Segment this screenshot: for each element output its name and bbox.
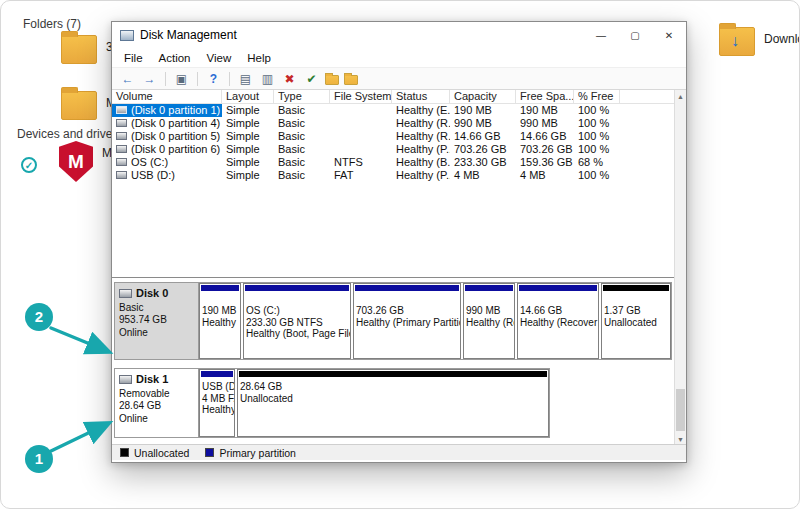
disk1-row: Disk 1 Removable 28.64 GB Online USB (D:…: [114, 368, 550, 438]
disk0-descriptor[interactable]: Disk 0 Basic 953.74 GB Online: [115, 283, 199, 359]
minimize-button[interactable]: —: [584, 22, 618, 48]
devices-group-header: Devices and drives (: [17, 127, 126, 141]
volume-name-cell: USB (D:): [112, 169, 222, 182]
partition-color-bar: [355, 285, 459, 291]
volume-row[interactable]: (Disk 0 partition 5) Simple Basic Health…: [112, 130, 674, 143]
folder-icon: [61, 91, 97, 120]
column-header-volume[interactable]: Volume: [112, 90, 222, 103]
column-header-layout[interactable]: Layout: [222, 90, 274, 103]
volume-list-header: Volume Layout Type File System Status Ca…: [112, 90, 674, 104]
menu-help[interactable]: Help: [239, 52, 279, 64]
maximize-button[interactable]: ▢: [618, 22, 652, 48]
folder-icon: [61, 35, 97, 64]
volume-row[interactable]: OS (C:) Simple Basic NTFS Healthy (B... …: [112, 156, 674, 169]
scrollbar-thumb[interactable]: [676, 389, 685, 431]
column-header-capacity[interactable]: Capacity: [450, 90, 516, 103]
column-header-pct-free[interactable]: % Free: [574, 90, 620, 103]
screenshot-frame: Folders (7) 3D Objects Music Devices and…: [0, 0, 800, 509]
scroll-up-icon[interactable]: ▲: [675, 90, 686, 102]
unallocated-swatch: [120, 448, 129, 457]
explorer-tile-music[interactable]: Music: [61, 91, 118, 120]
script-check-icon[interactable]: ✔: [303, 70, 320, 87]
volume-icon: [116, 158, 127, 166]
title-bar[interactable]: Disk Management — ▢ ✕: [112, 22, 686, 48]
close-button[interactable]: ✕: [652, 22, 686, 48]
volume-row[interactable]: USB (D:) Simple Basic FAT Healthy (P... …: [112, 169, 674, 182]
volume-icon: [116, 119, 127, 127]
disk0-partition-efi[interactable]: 190 MB Healthy: [199, 283, 241, 359]
console-list-icon[interactable]: ▥: [259, 70, 276, 87]
callout-number-2: 2: [35, 308, 43, 325]
disk1-unallocated[interactable]: 28.64 GB Unallocated: [237, 369, 549, 437]
volume-icon: [116, 171, 127, 179]
download-arrow-icon: ↓: [731, 33, 739, 49]
delete-volume-icon[interactable]: ✖: [281, 70, 298, 87]
menu-view[interactable]: View: [199, 52, 240, 64]
disk0-partition-primary[interactable]: 703.26 GB Healthy (Primary Partition: [353, 283, 461, 359]
toolbar-separator: [229, 72, 230, 86]
graphical-view-pane: Disk 0 Basic 953.74 GB Online 190 MB Hea…: [112, 278, 674, 445]
menu-action[interactable]: Action: [151, 52, 199, 64]
disk-icon: [119, 289, 132, 298]
partition-color-bar: [519, 285, 597, 291]
callout-number-1: 1: [35, 450, 43, 467]
downloads-folder-icon: ↓: [719, 27, 755, 56]
volume-icon: [116, 106, 127, 114]
sync-check-icon: ✓: [21, 157, 37, 173]
caption-buttons: — ▢ ✕: [584, 22, 686, 48]
console-window-icon[interactable]: ▣: [173, 70, 190, 87]
column-header-filler: [620, 90, 674, 103]
volume-row[interactable]: (Disk 0 partition 1) Simple Basic Health…: [112, 104, 674, 117]
column-header-free-space[interactable]: Free Spa...: [516, 90, 574, 103]
toolbar-separator: [165, 72, 166, 86]
disk1-partitions: USB (D:) 4 MB FAT Healthy 28.64 GB Unall…: [199, 369, 549, 437]
volume-name-cell: OS (C:): [112, 156, 222, 169]
disk0-partition-os[interactable]: OS (C:) 233.30 GB NTFS Healthy (Boot, Pa…: [243, 283, 351, 359]
volume-name-cell: (Disk 0 partition 1): [112, 104, 222, 117]
callout-arrow-2: [51, 328, 107, 351]
tile-label: Downloads: [764, 32, 800, 46]
disk-icon: [119, 375, 132, 384]
column-header-file-system[interactable]: File System: [330, 90, 392, 103]
back-icon[interactable]: ←: [119, 70, 136, 87]
toolbar: ← → ▣ ? ▤ ▥ ✖ ✔: [112, 67, 686, 90]
volume-icon: [116, 132, 127, 140]
disk1-partition-usb[interactable]: USB (D:) 4 MB FAT Healthy: [199, 369, 235, 437]
explore-folder-icon[interactable]: [344, 75, 358, 85]
partition-color-bar: [201, 285, 239, 291]
volume-row[interactable]: (Disk 0 partition 6) Simple Basic Health…: [112, 143, 674, 156]
partition-color-bar: [239, 371, 547, 377]
disk0-partition-recovery1[interactable]: 990 MB Healthy (Re: [463, 283, 515, 359]
legend-bar: Unallocated Primary partition: [112, 444, 686, 460]
primary-partition-swatch: [205, 448, 214, 457]
column-header-type[interactable]: Type: [274, 90, 330, 103]
forward-icon[interactable]: →: [141, 70, 158, 87]
disk0-unallocated[interactable]: 1.37 GB Unallocated: [601, 283, 671, 359]
callout-badge-2: [25, 303, 53, 331]
volume-list-pane: Volume Layout Type File System Status Ca…: [112, 90, 674, 278]
explorer-tile-mcafee[interactable]: M M: [59, 141, 112, 182]
partition-color-bar: [245, 285, 349, 291]
menu-bar: File Action View Help: [112, 48, 686, 67]
callout-arrow-1: [51, 424, 107, 451]
help-icon[interactable]: ?: [205, 70, 222, 87]
column-header-status[interactable]: Status: [392, 90, 450, 103]
disk0-partition-recovery2[interactable]: 14.66 GB Healthy (Recover: [517, 283, 599, 359]
window-title: Disk Management: [140, 28, 237, 42]
disk-management-window: Disk Management — ▢ ✕ File Action View H…: [111, 21, 687, 463]
folders-group-header: Folders (7): [23, 17, 81, 31]
volume-name-cell: (Disk 0 partition 6): [112, 143, 222, 156]
toolbar-separator: [197, 72, 198, 86]
open-folder-icon[interactable]: [325, 75, 339, 85]
disk0-row: Disk 0 Basic 953.74 GB Online 190 MB Hea…: [114, 282, 672, 360]
console-tree-icon[interactable]: ▤: [237, 70, 254, 87]
callout-badge-1: [25, 445, 53, 473]
disk1-descriptor[interactable]: Disk 1 Removable 28.64 GB Online: [115, 369, 199, 437]
volume-row[interactable]: (Disk 0 partition 4) Simple Basic Health…: [112, 117, 674, 130]
volume-name-cell: (Disk 0 partition 4): [112, 117, 222, 130]
menu-file[interactable]: File: [116, 52, 151, 64]
explorer-tile-downloads[interactable]: ↓ Downloads: [719, 27, 800, 56]
legend-primary-partition: Primary partition: [205, 447, 295, 459]
disk-management-icon: [120, 30, 134, 41]
vertical-scrollbar[interactable]: ▲ ▼: [674, 90, 686, 445]
